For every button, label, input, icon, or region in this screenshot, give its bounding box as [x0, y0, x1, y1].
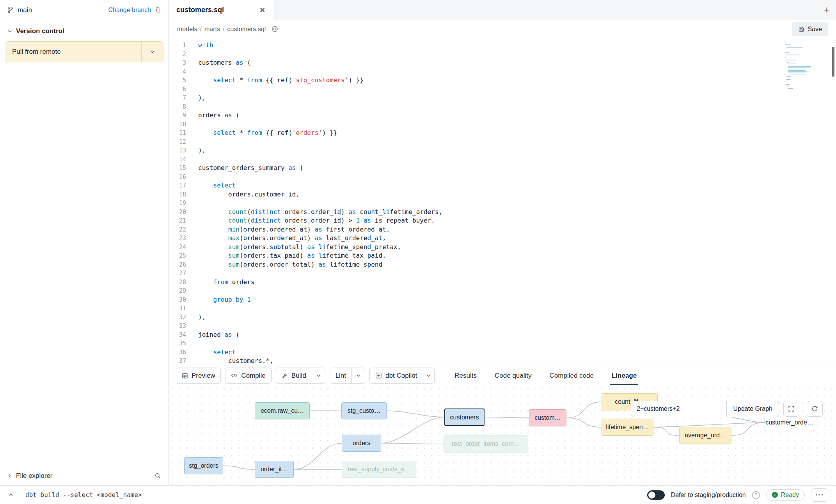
status-badge[interactable]: ✓ Ready — [766, 489, 805, 501]
code-line[interactable]: 9orders as ( — [169, 111, 836, 120]
lineage-node-lifetime_spend[interactable]: lifetime_spen… — [602, 419, 653, 436]
minimap[interactable] — [785, 42, 815, 89]
code-line[interactable]: 24 sum(orders.subtotal) as lifetime_spen… — [169, 243, 836, 252]
build-options-dropdown[interactable] — [312, 368, 325, 383]
line-number: 5 — [169, 76, 186, 85]
pull-from-remote-button[interactable]: Pull from remote — [5, 41, 163, 62]
code-line[interactable]: 21 count(distinct orders.order_id) > 1 a… — [169, 216, 836, 225]
code-icon — [231, 373, 238, 378]
refresh-graph-button[interactable] — [807, 401, 823, 417]
breadcrumb-file[interactable]: customers.sql — [227, 26, 266, 33]
chevron-up-icon[interactable] — [8, 492, 14, 498]
code-editor[interactable]: 1with23customers as (45 select * from {{… — [169, 39, 836, 366]
code-line[interactable]: 33 — [169, 322, 836, 331]
pull-options-dropdown[interactable] — [141, 42, 163, 62]
tab-customers-sql[interactable]: customers.sql × — [169, 0, 273, 20]
lineage-node-order_items[interactable]: order_it… — [255, 461, 294, 478]
code-line[interactable]: 18 orders.customer_id, — [169, 190, 836, 199]
overflow-menu-button[interactable]: ··· — [811, 488, 828, 502]
chevron-down-icon — [426, 373, 431, 378]
lineage-graph-bar: 2+customers+2 Update Graph — [631, 401, 779, 417]
code-line[interactable]: 6 — [169, 85, 836, 94]
file-explorer-header[interactable]: File explorer — [0, 466, 168, 485]
code-line[interactable]: 31 — [169, 304, 836, 313]
lineage-node-customers_snapshot[interactable]: custom… — [529, 409, 566, 426]
code-line[interactable]: 4 — [169, 67, 836, 76]
dbt-copilot-button[interactable]: dbt Copilot — [369, 368, 435, 384]
code-line[interactable]: 5 select * from {{ ref('stg_customers') … — [169, 76, 836, 85]
editor-scrollbar[interactable] — [832, 47, 834, 77]
main-panel: customers.sql × + models / marts / custo… — [169, 0, 836, 485]
code-line[interactable]: 10 — [169, 120, 836, 129]
lineage-node-raw_customers[interactable]: ecom.raw_cu… — [255, 402, 310, 419]
change-branch-link[interactable]: Change branch — [108, 7, 151, 14]
lineage-node-test_supply_costs[interactable]: test_supply_costs_s… — [342, 461, 416, 478]
code-line[interactable]: 8 — [169, 103, 836, 111]
lineage-node-stg_orders[interactable]: stg_orders — [184, 457, 223, 474]
file-sync-icon[interactable] — [271, 25, 279, 33]
lineage-node-orders[interactable]: orders — [342, 435, 381, 452]
close-icon[interactable]: × — [260, 6, 265, 14]
lineage-node-average_order[interactable]: average_ord… — [679, 427, 731, 444]
new-tab-button[interactable]: + — [824, 0, 830, 20]
code-line[interactable]: 3customers as ( — [169, 58, 836, 67]
breadcrumb-marts[interactable]: marts — [204, 26, 220, 33]
code-line[interactable]: 30 group by 1 — [169, 295, 836, 304]
code-line[interactable]: 12 — [169, 138, 836, 147]
line-number: 31 — [169, 304, 186, 313]
tab-code-quality[interactable]: Code quality — [495, 366, 532, 385]
lineage-selector-input[interactable]: 2+customers+2 — [631, 401, 726, 417]
code-line[interactable]: 25 sum(orders.tax_paid) as lifetime_tax_… — [169, 251, 836, 260]
code-line[interactable]: 1with — [169, 41, 836, 50]
compile-button[interactable]: Compile — [225, 368, 271, 384]
code-line[interactable]: 19 — [169, 199, 836, 208]
editor-tab-bar: customers.sql × + — [169, 0, 836, 20]
lint-options-dropdown[interactable] — [351, 368, 365, 383]
code-line[interactable]: 23 max(orders.ordered_at) as last_ordere… — [169, 234, 836, 243]
code-line[interactable]: 15customer_orders_summary as ( — [169, 164, 836, 173]
code-line[interactable]: 7), — [169, 94, 836, 103]
code-line[interactable]: 32), — [169, 313, 836, 322]
code-line[interactable]: 28 from orders — [169, 278, 836, 287]
code-line[interactable]: 35 — [169, 339, 836, 348]
copy-icon[interactable] — [155, 7, 161, 13]
save-button[interactable]: Save — [792, 22, 828, 36]
breadcrumb-models[interactable]: models — [177, 26, 197, 33]
code-line[interactable]: 14 — [169, 155, 836, 164]
update-graph-button[interactable]: Update Graph — [726, 401, 779, 417]
lineage-panel[interactable]: ecom.raw_cu…stg_custo…customerscustom…co… — [169, 385, 836, 485]
code-line[interactable]: 29 — [169, 286, 836, 295]
code-line[interactable]: 22 min(orders.ordered_at) as first_order… — [169, 225, 836, 234]
code-line[interactable]: 27 — [169, 269, 836, 278]
line-number: 20 — [169, 208, 186, 217]
tab-results[interactable]: Results — [454, 366, 477, 385]
tab-lineage[interactable]: Lineage — [612, 366, 637, 385]
defer-toggle[interactable] — [647, 490, 665, 500]
copilot-options-dropdown[interactable] — [422, 368, 434, 383]
lineage-node-stg_customers[interactable]: stg_custo… — [341, 402, 387, 419]
line-number: 18 — [169, 190, 186, 199]
code-line[interactable]: 16 — [169, 173, 836, 182]
line-number: 14 — [169, 155, 186, 164]
code-line[interactable]: 17 select — [169, 181, 836, 190]
command-input[interactable]: dbt build --select <model_name> — [25, 491, 142, 499]
code-line[interactable]: 26 sum(orders.order_total) as lifetime_s… — [169, 260, 836, 269]
version-control-header[interactable]: Version control — [0, 20, 168, 40]
code-line[interactable]: 20 count(distinct orders.order_id) as co… — [169, 208, 836, 217]
fullscreen-button[interactable] — [783, 401, 799, 417]
lint-button[interactable]: Lint — [330, 368, 365, 384]
code-line[interactable]: 2 — [169, 50, 836, 59]
pull-from-remote-label[interactable]: Pull from remote — [5, 42, 141, 62]
tab-compiled-code[interactable]: Compiled code — [550, 366, 594, 385]
code-line[interactable]: 11 select * from {{ ref('orders') }} — [169, 129, 836, 138]
build-button[interactable]: Build — [276, 368, 325, 384]
code-line[interactable]: 34joined as ( — [169, 331, 836, 340]
code-line[interactable]: 13), — [169, 146, 836, 155]
lineage-node-test_order_items[interactable]: test_order_items_com… — [444, 435, 528, 453]
code-line[interactable]: 36 select — [169, 348, 836, 357]
search-icon[interactable] — [154, 472, 161, 479]
info-icon[interactable]: ? — [752, 491, 760, 499]
preview-button[interactable]: Preview — [176, 368, 221, 384]
lineage-node-customers[interactable]: customers — [444, 409, 485, 426]
code-line[interactable]: 37 customers.*, — [169, 357, 836, 366]
